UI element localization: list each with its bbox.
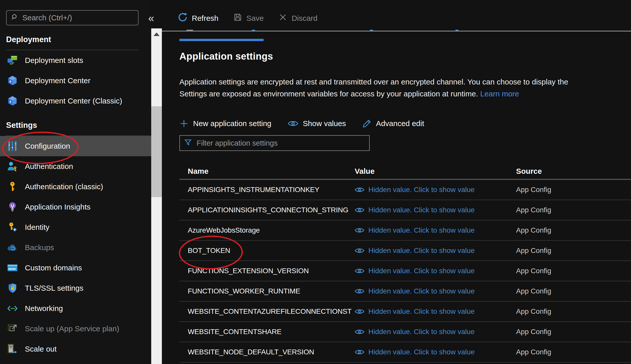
refresh-button[interactable]: Refresh — [178, 12, 218, 24]
setting-value-cell: Hidden value. Click to show value — [355, 226, 516, 234]
sidebar-item-tls-ssl-settings[interactable]: TLS/SSL settings — [0, 278, 151, 298]
sidebar-item-scale-out[interactable]: Scale out — [0, 339, 151, 359]
show-values-button[interactable]: Show values — [288, 119, 346, 128]
tls-ssl-icon — [7, 282, 18, 294]
table-row: BOT_TOKEN Hidden value. Click to show va… — [179, 241, 631, 261]
deployment-center-icon — [7, 75, 18, 86]
setting-value-cell: Hidden value. Click to show value — [355, 267, 516, 275]
sidebar-item-networking[interactable]: Networking — [0, 298, 151, 319]
discard-label: Discard — [292, 14, 317, 23]
setting-value-cell: Hidden value. Click to show value — [355, 348, 516, 356]
hidden-value-link[interactable]: Hidden value. Click to show value — [368, 186, 475, 194]
sidebar-item-application-insights[interactable]: Application Insights — [0, 197, 151, 217]
page-title: Application settings — [179, 50, 631, 62]
setting-name: WEBSITE_NODE_DEFAULT_VERSION — [188, 348, 355, 356]
learn-more-link[interactable]: Learn more — [480, 90, 519, 98]
column-header-value: Value — [355, 167, 516, 176]
setting-name: APPINSIGHTS_INSTRUMENTATIONKEY — [188, 186, 355, 194]
eye-icon — [355, 186, 364, 193]
collapse-sidebar-button[interactable]: « — [145, 12, 157, 25]
setting-name: WEBSITE_CONTENTAZUREFILECONNECTIONST — [188, 307, 355, 316]
scrollbar-thumb[interactable] — [151, 106, 162, 197]
setting-source: App Config — [516, 206, 631, 214]
setting-source: App Config — [516, 226, 631, 234]
save-button[interactable]: Save — [233, 13, 264, 24]
vertical-scrollbar[interactable] — [151, 28, 162, 364]
sidebar-item-authentication[interactable]: Authentication — [0, 156, 151, 177]
sidebar-item-configuration[interactable]: Configuration — [0, 136, 151, 156]
sidebar-item-deployment-center[interactable]: Deployment Center — [0, 71, 151, 91]
sidebar-item-custom-domains[interactable]: www Custom domains — [0, 258, 151, 278]
authentication-icon — [7, 161, 18, 172]
hidden-value-link[interactable]: Hidden value. Click to show value — [368, 226, 475, 234]
eye-icon — [355, 247, 364, 254]
filter-box[interactable] — [179, 135, 370, 151]
hidden-value-link[interactable]: Hidden value. Click to show value — [368, 348, 475, 356]
sidebar-item-deployment-slots[interactable]: Deployment slots — [0, 50, 151, 71]
filter-icon — [184, 138, 192, 148]
hidden-value-link[interactable]: Hidden value. Click to show value — [368, 206, 475, 214]
actions-bar: New application setting Show values Adva… — [179, 117, 631, 130]
backups-icon — [7, 242, 18, 253]
tab-label-remnant — [186, 30, 193, 31]
command-bar: Refresh Save Discard — [162, 0, 631, 31]
up-arrow-icon — [154, 32, 160, 36]
setting-value-cell: Hidden value. Click to show value — [355, 247, 516, 255]
hidden-value-link[interactable]: Hidden value. Click to show value — [368, 287, 475, 295]
tab-label-remnant — [370, 30, 373, 31]
description-line-2: Settings are exposed as environment vari… — [179, 88, 631, 100]
search-input[interactable] — [22, 13, 134, 22]
setting-source: App Config — [516, 186, 631, 194]
table-row: FUNCTIONS_WORKER_RUNTIME Hidden value. C… — [179, 281, 631, 302]
sidebar-nav: Deployment Deployment slots Deployment C… — [0, 30, 151, 359]
hidden-value-link[interactable]: Hidden value. Click to show value — [368, 307, 475, 316]
sidebar-item-deployment-center-classic[interactable]: Deployment Center (Classic) — [0, 91, 151, 111]
eye-icon — [355, 268, 364, 274]
tab-label-remnant — [252, 30, 255, 31]
advanced-edit-button[interactable]: Advanced edit — [362, 119, 424, 128]
description-line-1: Application settings are encrypted at re… — [179, 76, 631, 88]
active-tab-underline — [179, 39, 264, 41]
column-header-source: Source — [516, 167, 631, 176]
setting-source: App Config — [516, 307, 631, 316]
sidebar: « Deployment Deployment slots Deployment… — [0, 0, 151, 364]
pencil-icon — [362, 119, 371, 128]
table-row: WEBSITE_CONTENTSHARE Hidden value. Click… — [179, 322, 631, 342]
sidebar-item-authentication-classic[interactable]: Authentication (classic) — [0, 177, 151, 197]
table-row: APPINSIGHTS_INSTRUMENTATIONKEY Hidden va… — [179, 180, 631, 200]
configuration-pane: Application settings Application setting… — [162, 32, 631, 364]
sidebar-item-scale-up-app-service-plan[interactable]: Scale up (App Service plan) — [0, 319, 151, 339]
setting-source: App Config — [516, 267, 631, 275]
column-header-name: Name — [188, 167, 355, 176]
eye-icon — [355, 227, 364, 234]
eye-icon — [355, 349, 364, 355]
refresh-icon — [178, 12, 188, 24]
hidden-value-link[interactable]: Hidden value. Click to show value — [368, 267, 475, 275]
application-insights-icon — [7, 201, 18, 213]
table-row: APPLICATIONINSIGHTS_CONNECTION_STRING Hi… — [179, 200, 631, 220]
save-icon — [233, 13, 242, 24]
eye-icon — [355, 288, 364, 294]
eye-icon — [355, 207, 364, 213]
sidebar-item-identity[interactable]: Identity — [0, 217, 151, 237]
scrollbar-up-button[interactable] — [151, 28, 162, 40]
custom-domains-icon: www — [7, 262, 18, 274]
svg-text:www: www — [8, 267, 16, 271]
description: Application settings are encrypted at re… — [179, 76, 631, 100]
eye-icon — [355, 308, 364, 315]
scale-up-icon — [7, 323, 18, 335]
filter-input[interactable] — [197, 139, 365, 147]
setting-name: AzureWebJobsStorage — [188, 226, 355, 234]
networking-icon — [7, 303, 18, 314]
hidden-value-link[interactable]: Hidden value. Click to show value — [368, 328, 475, 336]
eye-icon — [288, 120, 298, 127]
new-application-setting-button[interactable]: New application setting — [179, 119, 271, 128]
sidebar-item-backups[interactable]: Backups — [0, 237, 151, 258]
sidebar-search-box[interactable] — [6, 10, 139, 25]
discard-button[interactable]: Discard — [278, 13, 317, 24]
eye-icon — [355, 328, 364, 335]
plus-icon — [179, 119, 189, 128]
hidden-value-link[interactable]: Hidden value. Click to show value — [368, 247, 475, 255]
setting-source: App Config — [516, 247, 631, 255]
configuration-icon — [7, 140, 18, 152]
